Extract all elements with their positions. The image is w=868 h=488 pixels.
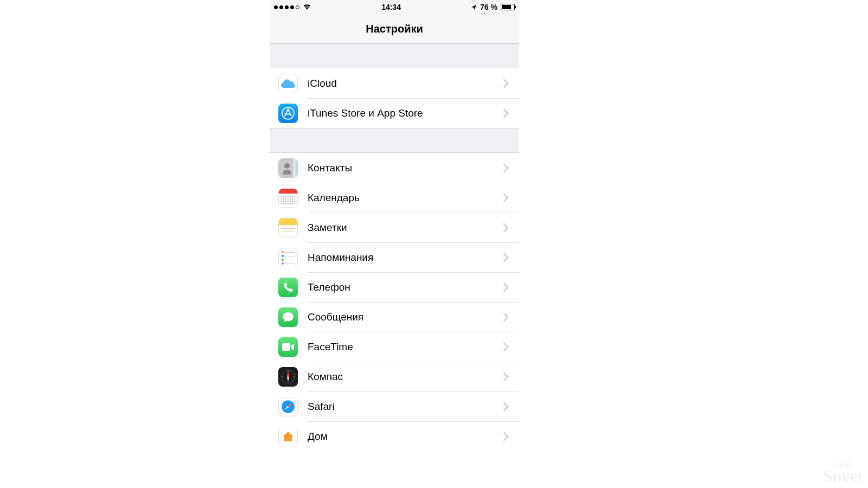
chevron-right-icon — [500, 372, 509, 381]
phone-frame: 14:34 76 % Настройки iCloud — [270, 0, 519, 445]
chevron-right-icon — [500, 432, 509, 441]
row-icloud[interactable]: iCloud — [270, 68, 519, 98]
chevron-right-icon — [500, 163, 509, 172]
row-label: Заметки — [308, 222, 501, 234]
svg-rect-2 — [282, 343, 290, 351]
row-home[interactable]: Дом — [270, 421, 519, 445]
row-label: Дом — [308, 431, 501, 442]
compass-icon — [278, 367, 298, 387]
messages-icon — [278, 307, 298, 327]
row-label: Напоминания — [308, 252, 501, 264]
facetime-icon — [278, 337, 298, 357]
row-safari[interactable]: Safari — [270, 391, 519, 421]
chevron-right-icon — [500, 342, 509, 351]
wifi-icon — [303, 4, 311, 10]
battery-pct: 76 % — [480, 3, 497, 11]
row-label: Сообщения — [308, 311, 501, 323]
status-bar: 14:34 76 % — [270, 0, 519, 14]
row-reminders[interactable]: Напоминания — [270, 242, 519, 272]
row-label: Контакты — [308, 162, 501, 174]
row-itunes-appstore[interactable]: iTunes Store и App Store — [270, 98, 519, 128]
home-icon — [278, 427, 298, 445]
row-label: Календарь — [308, 192, 501, 204]
row-calendar[interactable]: Календарь — [270, 183, 519, 213]
stage: 14:34 76 % Настройки iCloud — [0, 0, 868, 488]
row-phone[interactable]: Телефон — [270, 272, 519, 302]
chevron-right-icon — [500, 79, 509, 88]
row-messages[interactable]: Сообщения — [270, 302, 519, 332]
watermark: club Sovet — [823, 461, 863, 484]
row-facetime[interactable]: FaceTime — [270, 332, 519, 362]
reminders-icon — [278, 248, 298, 267]
group-spacer — [270, 129, 519, 152]
row-label: iCloud — [308, 78, 501, 89]
row-notes[interactable]: Заметки — [270, 213, 519, 242]
icloud-icon — [278, 74, 298, 93]
group-spacer — [270, 44, 519, 68]
chevron-right-icon — [500, 253, 509, 262]
row-label: Компас — [308, 371, 501, 383]
row-label: Телефон — [308, 281, 501, 293]
battery-fill — [502, 5, 511, 9]
signal-dots-icon — [274, 5, 299, 9]
row-label: FaceTime — [308, 341, 501, 353]
phone-icon — [278, 278, 298, 297]
settings-group-accounts: iCloud iTunes Store и App Store — [270, 68, 519, 129]
safari-icon — [278, 397, 298, 416]
nav-bar: Настройки — [270, 14, 519, 44]
status-time: 14:34 — [381, 3, 401, 11]
chevron-right-icon — [500, 193, 509, 202]
settings-group-apps: Контакты Календарь Заметки Напоминани — [270, 152, 519, 445]
battery-icon — [501, 4, 515, 10]
chevron-right-icon — [500, 402, 509, 411]
chevron-right-icon — [500, 312, 509, 322]
row-contacts[interactable]: Контакты — [270, 153, 519, 183]
calendar-icon — [278, 188, 298, 208]
contacts-icon — [278, 158, 298, 178]
row-compass[interactable]: Компас — [270, 362, 519, 391]
page-title: Настройки — [366, 23, 423, 35]
svg-point-1 — [284, 163, 290, 169]
chevron-right-icon — [500, 223, 509, 232]
row-label: Safari — [308, 401, 501, 413]
chevron-right-icon — [500, 282, 509, 292]
notes-icon — [278, 218, 298, 237]
row-label: iTunes Store и App Store — [308, 107, 501, 119]
status-left — [274, 4, 311, 10]
appstore-icon — [278, 104, 298, 123]
location-icon — [471, 4, 477, 10]
status-right: 76 % — [471, 3, 515, 11]
chevron-right-icon — [500, 108, 509, 118]
watermark-line2: Sovet — [823, 466, 863, 486]
